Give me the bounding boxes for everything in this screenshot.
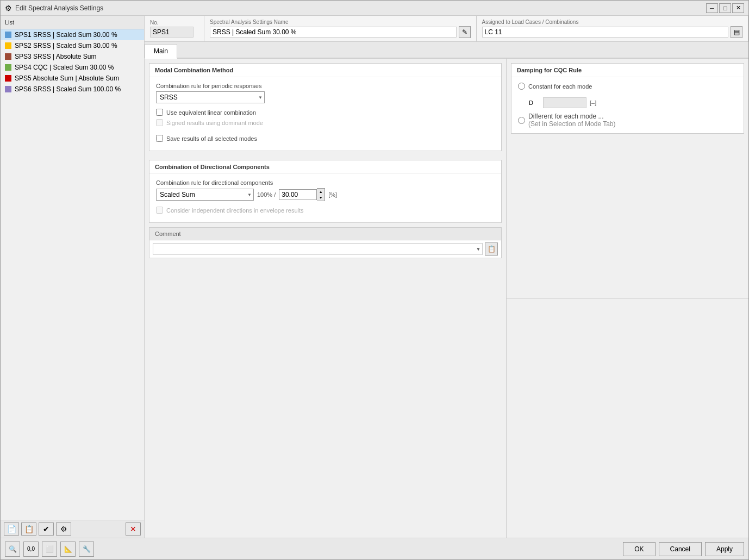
directional-rule-select[interactable]: Scaled Sum SRSS Absolute Sum [156,189,254,201]
item-color-swatch [5,64,11,71]
tab-main[interactable]: Main [145,44,177,59]
copy-item-button[interactable]: 📋 [21,522,36,536]
directional-body: Combination rule for directional compone… [149,174,501,222]
new-item-button[interactable]: 📄 [4,522,19,536]
combination-rule-dropdown-wrapper: SRSS CQC Absolute Sum [156,91,265,103]
save-modes-row: Save results of all selected modes [156,135,495,142]
consider-directions-label: Consider independent directions in envel… [166,207,304,214]
list-item[interactable]: SPS3 SRSS | Absolute Sum [1,51,144,62]
lc-label: Assigned to Load Cases / Combinations [482,19,743,25]
bottom-bar: 🔍 0,0 ⬜ 📐 🔧 OK Cancel Apply [1,538,748,559]
damping-header: Damping for CQC Rule [511,64,744,77]
name-input[interactable] [210,27,457,38]
left-settings-col: Modal Combination Method Combination rul… [145,59,507,538]
directional-dropdown-wrapper: Scaled Sum SRSS Absolute Sum [156,189,254,201]
comment-header: Comment [149,228,501,240]
window-icon: ⚙ [5,4,12,13]
spinner-buttons: ▲ ▼ [317,188,325,201]
use-equivalent-label: Use equivalent linear combination [166,109,256,116]
minimize-button[interactable]: ─ [706,3,718,13]
no-input[interactable] [150,27,194,38]
percent-spinner: ▲ ▼ [279,188,325,201]
lc-input[interactable] [482,27,729,38]
comment-copy-button[interactable]: 📋 [485,242,498,256]
signed-results-row: Signed results using dominant mode [156,119,495,126]
item-color-swatch [5,75,11,82]
signed-results-checkbox[interactable] [156,119,163,126]
lc-cell: Assigned to Load Cases / Combinations ▤ [477,16,749,41]
item-label: SPS5 Absolute Sum | Absolute Sum [15,74,140,82]
modal-combination-header: Modal Combination Method [149,64,501,77]
list-toolbar: 📄 📋 ✔ ⚙ ✕ [1,520,144,538]
comment-input-wrapper: ▼ [153,243,483,255]
square-button[interactable]: ⬜ [42,542,57,557]
signed-results-label: Signed results using dominant mode [166,120,263,126]
damping-radio-group: Constant for each mode D [–] [518,83,737,128]
combination-rule-select[interactable]: SRSS CQC Absolute Sum [156,91,265,103]
maximize-button[interactable]: □ [719,3,731,13]
directional-dropdown-row: Scaled Sum SRSS Absolute Sum 100% / [156,188,495,201]
no-cell: No. [145,16,204,41]
apply-button[interactable]: Apply [705,542,744,556]
angle-button[interactable]: 📐 [60,542,76,557]
item-color-swatch [5,86,11,92]
different-radio-row: Different for each mode ... (Set in Sele… [518,113,737,128]
different-radio-label: Different for each mode ... (Set in Sele… [528,113,616,128]
combination-rule-group: Combination rule for periodic responses … [156,83,495,103]
use-equivalent-row: Use equivalent linear combination [156,109,495,116]
item-label: SPS4 CQC | Scaled Sum 30.00 % [15,64,140,71]
tab-strip: Main [145,42,748,59]
damping-body: Constant for each mode D [–] [511,77,744,133]
list-item[interactable]: SPS5 Absolute Sum | Absolute Sum [1,73,144,84]
delete-button[interactable]: ✕ [126,522,141,536]
item-color-swatch [5,53,11,60]
titlebar: ⚙ Edit Spectral Analysis Settings ─ □ ✕ [1,1,748,16]
titlebar-controls: ─ □ ✕ [706,3,744,13]
damping-d-row: D [–] [529,97,737,108]
save-modes-checkbox[interactable] [156,135,163,142]
spinner-down-button[interactable]: ▼ [317,195,324,201]
spinner-up-button[interactable]: ▲ [317,189,324,195]
d-input[interactable] [543,97,586,108]
different-radio[interactable] [518,117,525,124]
main-window: ⚙ Edit Spectral Analysis Settings ─ □ ✕ … [0,0,749,560]
name-cell: Spectral Analysis Settings Name ✎ [204,16,477,41]
item-color-swatch [5,42,11,49]
settings-button[interactable]: ⚙ [56,522,71,536]
d-label: D [529,99,540,106]
cancel-button[interactable]: Cancel [659,542,702,556]
settings-panels: Modal Combination Method Combination rul… [145,59,748,538]
header-row: No. Spectral Analysis Settings Name ✎ As… [145,16,748,42]
coordinates-button[interactable]: 0,0 [23,542,39,557]
consider-directions-checkbox[interactable] [156,207,163,214]
use-equivalent-checkbox[interactable] [156,109,163,116]
validate-button[interactable]: ✔ [39,522,54,536]
directional-rule-label: Combination rule for directional compone… [156,179,495,186]
percent-unit: [%] [328,191,337,198]
lc-select-button[interactable]: ▤ [731,26,742,38]
right-settings-col: Damping for CQC Rule Constant for each m… [507,59,748,538]
consider-directions-row: Consider independent directions in envel… [156,207,495,214]
directional-section: Combination of Directional Components Co… [149,160,502,223]
modal-combination-body: Combination rule for periodic responses … [149,77,501,151]
list-items: SPS1 SRSS | Scaled Sum 30.00 % SPS2 SRSS… [1,29,144,520]
percent-input[interactable] [279,189,317,200]
search-button[interactable]: 🔍 [5,542,20,557]
list-item[interactable]: SPS2 SRSS | Scaled Sum 30.00 % [1,40,144,51]
main-content: List SPS1 SRSS | Scaled Sum 30.00 % SPS2… [1,16,748,538]
item-label: SPS3 SRSS | Absolute Sum [15,53,140,60]
right-top: Damping for CQC Rule Constant for each m… [507,59,748,298]
item-label: SPS6 SRSS | Scaled Sum 100.00 % [15,85,140,93]
list-item[interactable]: SPS6 SRSS | Scaled Sum 100.00 % [1,84,144,95]
ok-button[interactable]: OK [623,542,655,556]
percent-prefix: 100% / [257,191,276,198]
settings-area: Modal Combination Method Combination rul… [145,59,748,538]
comment-select[interactable] [153,243,483,255]
name-edit-button[interactable]: ✎ [459,26,471,38]
close-button[interactable]: ✕ [732,3,744,13]
tool-button[interactable]: 🔧 [79,542,94,557]
constant-radio[interactable] [518,83,525,90]
list-item[interactable]: SPS4 CQC | Scaled Sum 30.00 % [1,62,144,73]
list-item[interactable]: SPS1 SRSS | Scaled Sum 30.00 % [1,29,144,40]
lc-input-row: ▤ [482,26,743,38]
